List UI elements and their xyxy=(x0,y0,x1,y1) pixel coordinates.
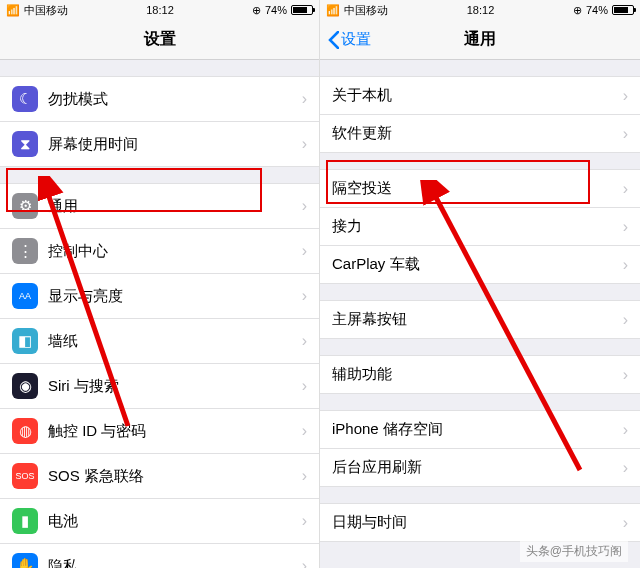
chevron-right-icon: › xyxy=(302,242,307,260)
battery-icon xyxy=(612,5,634,15)
settings-root-screen: 📶 中国移动 18:12 ⊕ 74% 设置 ☾勿扰模式›⧗屏幕使用时间›⚙通用›… xyxy=(0,0,320,568)
indicator-icon: ⊕ xyxy=(573,4,582,17)
chevron-right-icon: › xyxy=(302,287,307,305)
settings-list: ☾勿扰模式›⧗屏幕使用时间›⚙通用›⋮控制中心›AA显示与亮度›◧墙纸›◉Sir… xyxy=(0,60,319,568)
row-label: SOS 紧急联络 xyxy=(48,467,296,486)
battery-icon xyxy=(291,5,313,15)
row-label: 触控 ID 与密码 xyxy=(48,422,296,441)
row-label: 隐私 xyxy=(48,557,296,569)
aa-icon: AA xyxy=(12,283,38,309)
chevron-right-icon: › xyxy=(302,332,307,350)
row-label: 日期与时间 xyxy=(332,513,617,532)
row-label: 主屏幕按钮 xyxy=(332,310,617,329)
chevron-right-icon: › xyxy=(302,90,307,108)
chevron-right-icon: › xyxy=(302,422,307,440)
carrier-label: 中国移动 xyxy=(344,3,388,18)
row-label: CarPlay 车载 xyxy=(332,255,617,274)
settings-row-moon[interactable]: ☾勿扰模式› xyxy=(0,76,319,122)
chevron-right-icon: › xyxy=(623,180,628,198)
row-label: iPhone 储存空间 xyxy=(332,420,617,439)
settings-row-gear[interactable]: ⚙通用› xyxy=(0,183,319,229)
general-row[interactable]: 日期与时间› xyxy=(320,503,640,542)
row-label: 隔空投送 xyxy=(332,179,617,198)
row-label: 软件更新 xyxy=(332,124,617,143)
settings-row-touchid[interactable]: ◍触控 ID 与密码› xyxy=(0,409,319,454)
row-label: 显示与亮度 xyxy=(48,287,296,306)
watermark-label: 头条@手机技巧阁 xyxy=(520,541,628,562)
chevron-right-icon: › xyxy=(623,366,628,384)
time-label: 18:12 xyxy=(467,4,495,16)
signal-icon: 📶 xyxy=(6,4,20,17)
sos-icon: SOS xyxy=(12,463,38,489)
general-screen: 📶 中国移动 18:12 ⊕ 74% 设置 通用 关于本机›软件更新›隔空投送›… xyxy=(320,0,640,568)
indicator-icon: ⊕ xyxy=(252,4,261,17)
row-label: 通用 xyxy=(48,197,296,216)
statusbar: 📶 中国移动 18:12 ⊕ 74% xyxy=(320,0,640,20)
row-label: 屏幕使用时间 xyxy=(48,135,296,154)
navbar: 设置 xyxy=(0,20,319,60)
signal-icon: 📶 xyxy=(326,4,340,17)
back-label: 设置 xyxy=(341,30,371,49)
chevron-right-icon: › xyxy=(302,135,307,153)
gear-icon: ⚙ xyxy=(12,193,38,219)
battery-label: 74% xyxy=(265,4,287,16)
chevron-right-icon: › xyxy=(302,512,307,530)
chevron-right-icon: › xyxy=(623,311,628,329)
general-row[interactable]: 后台应用刷新› xyxy=(320,449,640,487)
settings-row-sliders[interactable]: ⋮控制中心› xyxy=(0,229,319,274)
settings-row-hand[interactable]: ✋隐私› xyxy=(0,544,319,568)
time-label: 18:12 xyxy=(146,4,174,16)
wallpaper-icon: ◧ xyxy=(12,328,38,354)
back-button[interactable]: 设置 xyxy=(328,30,371,49)
general-row[interactable]: 接力› xyxy=(320,208,640,246)
chevron-left-icon xyxy=(328,31,339,49)
nav-title: 通用 xyxy=(464,29,496,50)
row-label: 墙纸 xyxy=(48,332,296,351)
row-label: 关于本机 xyxy=(332,86,617,105)
chevron-right-icon: › xyxy=(302,377,307,395)
sliders-icon: ⋮ xyxy=(12,238,38,264)
battery-icon: ▮ xyxy=(12,508,38,534)
row-label: 电池 xyxy=(48,512,296,531)
general-row[interactable]: 辅助功能› xyxy=(320,355,640,394)
hand-icon: ✋ xyxy=(12,553,38,568)
general-row[interactable]: 关于本机› xyxy=(320,76,640,115)
settings-row-hourglass[interactable]: ⧗屏幕使用时间› xyxy=(0,122,319,167)
chevron-right-icon: › xyxy=(302,557,307,568)
general-row[interactable]: CarPlay 车载› xyxy=(320,246,640,284)
navbar: 设置 通用 xyxy=(320,20,640,60)
nav-title: 设置 xyxy=(144,29,176,50)
general-row[interactable]: 隔空投送› xyxy=(320,169,640,208)
general-row[interactable]: 软件更新› xyxy=(320,115,640,153)
statusbar: 📶 中国移动 18:12 ⊕ 74% xyxy=(0,0,319,20)
chevron-right-icon: › xyxy=(623,218,628,236)
chevron-right-icon: › xyxy=(623,125,628,143)
chevron-right-icon: › xyxy=(302,197,307,215)
chevron-right-icon: › xyxy=(623,256,628,274)
chevron-right-icon: › xyxy=(623,87,628,105)
hourglass-icon: ⧗ xyxy=(12,131,38,157)
general-row[interactable]: 主屏幕按钮› xyxy=(320,300,640,339)
touchid-icon: ◍ xyxy=(12,418,38,444)
row-label: 接力 xyxy=(332,217,617,236)
settings-row-siri[interactable]: ◉Siri 与搜索› xyxy=(0,364,319,409)
battery-label: 74% xyxy=(586,4,608,16)
row-label: 控制中心 xyxy=(48,242,296,261)
chevron-right-icon: › xyxy=(623,514,628,532)
settings-row-battery[interactable]: ▮电池› xyxy=(0,499,319,544)
row-label: 后台应用刷新 xyxy=(332,458,617,477)
carrier-label: 中国移动 xyxy=(24,3,68,18)
chevron-right-icon: › xyxy=(623,459,628,477)
siri-icon: ◉ xyxy=(12,373,38,399)
chevron-right-icon: › xyxy=(302,467,307,485)
moon-icon: ☾ xyxy=(12,86,38,112)
row-label: 勿扰模式 xyxy=(48,90,296,109)
general-row[interactable]: iPhone 储存空间› xyxy=(320,410,640,449)
row-label: 辅助功能 xyxy=(332,365,617,384)
row-label: Siri 与搜索 xyxy=(48,377,296,396)
chevron-right-icon: › xyxy=(623,421,628,439)
settings-row-sos[interactable]: SOSSOS 紧急联络› xyxy=(0,454,319,499)
settings-row-aa[interactable]: AA显示与亮度› xyxy=(0,274,319,319)
general-list: 关于本机›软件更新›隔空投送›接力›CarPlay 车载›主屏幕按钮›辅助功能›… xyxy=(320,60,640,542)
settings-row-wallpaper[interactable]: ◧墙纸› xyxy=(0,319,319,364)
